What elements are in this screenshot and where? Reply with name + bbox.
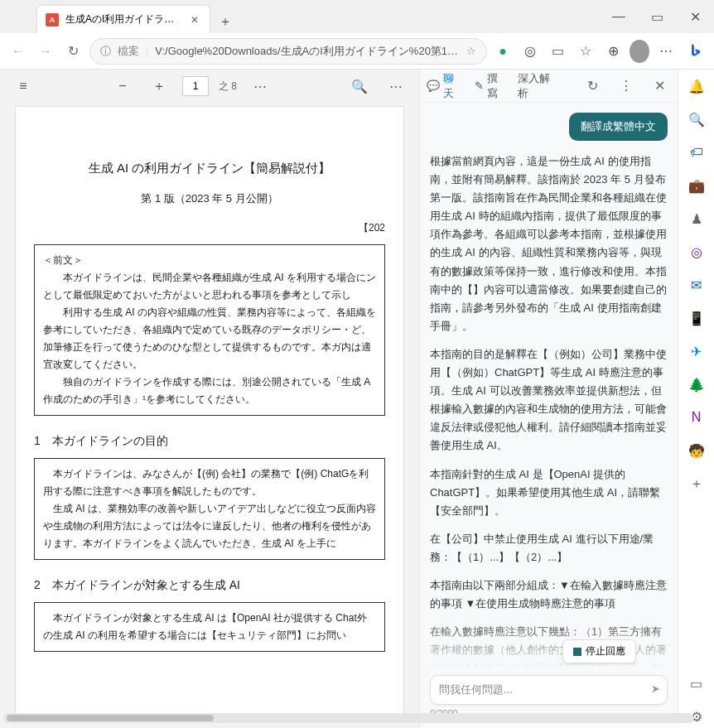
reload-button[interactable]: ↻ — [62, 38, 84, 65]
doc-subtitle: 第 1 版（2023 年 5 月公開） — [34, 189, 385, 208]
pdf-options-icon[interactable]: ⋯ — [383, 73, 409, 99]
preface-heading: ＜前文＞ — [43, 252, 376, 269]
file-label: 檔案 — [118, 44, 139, 59]
reader-icon[interactable]: ▭ — [547, 38, 569, 65]
profile-avatar[interactable] — [630, 40, 649, 63]
favorite-star-icon[interactable]: ☆ — [466, 45, 476, 57]
site-info-icon[interactable]: ⓘ — [100, 44, 111, 59]
preface-box: ＜前文＞ 本ガイドラインは、民間企業や各種組織が生成 AI を利用する場合にンと… — [34, 244, 385, 416]
chat-tab[interactable]: 💬聊天 — [427, 71, 463, 101]
url-text: V:/Google%20Downloads/生成AのI利用ガイドライン%20第1… — [155, 44, 459, 59]
close-window-button[interactable]: ✕ — [676, 0, 714, 33]
new-tab-button[interactable]: ＋ — [214, 10, 237, 33]
preface-p1: 本ガイドラインは、民間企業や各種組織が生成 AI を利用する場合にンとして最低限… — [43, 269, 376, 304]
chat-input[interactable]: 問我任何問題... ➤ — [430, 675, 668, 705]
preface-p2: 利用する生成 AI の内容や組織の性質、業務内容等によって、各組織を参考にしてい… — [43, 304, 376, 374]
phone-icon[interactable]: 📱 — [685, 306, 708, 330]
extensions-icon[interactable]: ◎ — [519, 38, 542, 65]
bot-message-1: 根據當前網頁內容，這是一份生成 AI 的使用指南，並附有簡易解釋。該指南於 20… — [430, 152, 668, 335]
notifications-icon[interactable]: 🔔 — [685, 75, 708, 98]
minimize-button[interactable]: — — [600, 0, 638, 33]
compose-tab[interactable]: ✎撰寫 — [475, 71, 507, 101]
chat-reload-icon[interactable]: ↻ — [582, 75, 605, 98]
section-1-box: 本ガイドラインは、みなさんが【(例) 会社】の業務で【(例) ChatGを利用す… — [34, 458, 385, 560]
preface-p3: 独自のガイドラインを作成する際には、別途公開されている「生成 A作成のための手引… — [43, 374, 376, 408]
chat-placeholder: 問我任何問題... — [439, 683, 513, 696]
more-menu-icon[interactable]: ⋯ — [654, 38, 677, 65]
bot-message-3: 本指南針對的生成 AI 是【OpenAI 提供的 ChatGPT】。如果希望使用… — [430, 465, 668, 520]
zoom-in-button[interactable]: ＋ — [146, 73, 172, 99]
page-total: 之 8 — [219, 80, 237, 94]
tab-title: 生成AのI利用ガイドライン 第1版 — [65, 12, 181, 27]
onenote-icon[interactable]: N — [685, 406, 708, 429]
insights-tab[interactable]: 深入解析 — [518, 71, 558, 101]
horizontal-scrollbar[interactable] — [3, 713, 694, 723]
toc-icon[interactable]: ≡ — [10, 73, 36, 99]
doc-date: 【202 — [34, 219, 385, 238]
evernote-icon[interactable]: ● — [492, 38, 514, 65]
section-1-heading: 1 本ガイドラインの目的 — [34, 431, 385, 451]
stop-response-button[interactable]: 停止回應 — [562, 639, 636, 663]
tools-icon[interactable]: 💼 — [685, 174, 708, 197]
back-button[interactable]: ← — [7, 38, 29, 65]
bing-sidebar-icon[interactable] — [682, 36, 707, 66]
shopping-icon[interactable]: 🏷 — [685, 141, 708, 164]
forward-button[interactable]: → — [34, 38, 56, 65]
favorites-icon[interactable]: ☆ — [574, 38, 596, 65]
chat-close-icon[interactable]: ✕ — [649, 75, 672, 98]
games-icon[interactable]: ♟ — [685, 207, 708, 230]
zoom-out-button[interactable]: − — [109, 73, 136, 99]
section-2-box: 本ガイドラインが対象とする生成 AI は【OpenAI 社が提供する Chat外… — [34, 602, 385, 652]
bot-message-4: 在【公司】中禁止使用生成 AI 進行以下用途/業務：【（1）...】【（2）..… — [430, 530, 668, 566]
page-number-input[interactable] — [182, 76, 209, 96]
chat-more-icon[interactable]: ⋮ — [615, 75, 638, 98]
add-rail-icon[interactable]: ＋ — [685, 472, 708, 495]
kids-icon[interactable]: 🧒 — [685, 439, 708, 462]
bot-message-5: 本指南由以下兩部分組成：▼在輸入數據時應注意的事項 ▼在使用生成物時應注意的事項 — [430, 576, 668, 613]
pdf-document[interactable]: 生成 AI の利用ガイドライン【簡易解説付】 第 1 版（2023 年 5 月公… — [15, 106, 404, 718]
pdf-more-icon[interactable]: ⋯ — [247, 73, 273, 99]
collections-icon[interactable]: ⊕ — [602, 38, 625, 65]
bot-message-2: 本指南的目的是解釋在【（例如）公司】業務中使用【（例如）ChatGPT】等生成 … — [430, 345, 668, 456]
search-rail-icon[interactable]: 🔍 — [685, 108, 708, 131]
doc-title: 生成 AI の利用ガイドライン【簡易解説付】 — [34, 157, 385, 179]
browser-tab[interactable]: A 生成AのI利用ガイドライン 第1版 ✕ — [36, 5, 210, 33]
maximize-button[interactable]: ▭ — [638, 0, 676, 33]
split-panel-icon[interactable]: ▭ — [685, 672, 708, 695]
pdf-search-icon[interactable]: 🔍 — [346, 73, 373, 99]
stop-icon — [573, 648, 581, 656]
outlook-icon[interactable]: ✉ — [685, 273, 708, 297]
section-2-heading: 2 本ガイドラインが対象とする生成 AI — [34, 575, 385, 595]
telegram-icon[interactable]: ✈ — [685, 340, 708, 363]
forest-icon[interactable]: 🌲 — [685, 373, 708, 396]
pdf-icon: A — [46, 13, 59, 27]
m365-icon[interactable]: ◎ — [685, 240, 708, 263]
address-bar[interactable]: ⓘ 檔案 | V:/Google%20Downloads/生成AのI利用ガイドラ… — [89, 38, 487, 65]
user-message: 翻譯成繁體中文 — [569, 113, 668, 141]
send-icon[interactable]: ➤ — [651, 682, 660, 695]
tab-close-icon[interactable]: ✕ — [188, 13, 201, 27]
